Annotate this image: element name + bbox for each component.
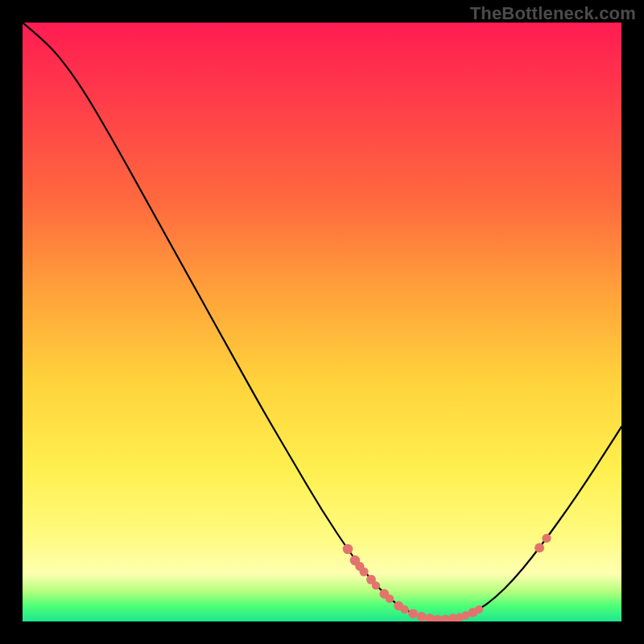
chart-frame: TheBottleneck.com	[0, 0, 644, 644]
curve-marker	[372, 581, 380, 589]
curve-markers	[343, 534, 551, 621]
curve-marker	[542, 534, 551, 543]
plot-area	[23, 23, 621, 621]
curve-marker	[360, 568, 369, 576]
curve-marker	[386, 595, 394, 603]
curve-marker	[408, 609, 418, 618]
bottleneck-curve	[23, 23, 621, 619]
curve-marker	[535, 543, 544, 553]
curve-marker	[343, 544, 353, 555]
watermark-text: TheBottleneck.com	[470, 3, 636, 24]
curve-overlay	[23, 23, 621, 621]
curve-marker	[400, 605, 408, 613]
curve-marker	[475, 605, 483, 613]
curve-marker	[417, 612, 427, 621]
